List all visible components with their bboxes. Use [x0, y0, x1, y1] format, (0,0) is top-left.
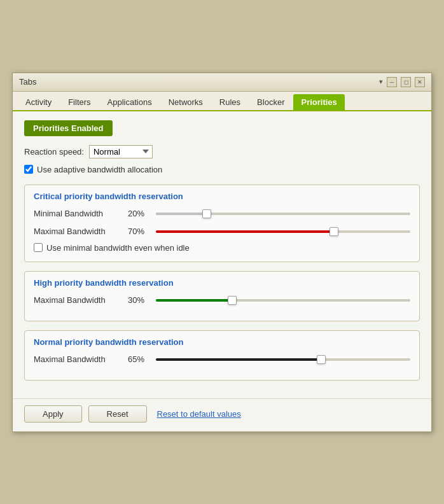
normal-maximal-slider-container [156, 353, 410, 366]
high-maximal-thumb[interactable] [228, 296, 237, 305]
critical-maximal-label: Maximal Bandwidth [34, 227, 123, 236]
reset-button[interactable]: Reset [88, 405, 147, 423]
adaptive-bandwidth-label[interactable]: Use adaptive bandwidth allocation [37, 165, 162, 174]
window-title: Tabs [19, 77, 36, 87]
critical-maximal-track [156, 230, 410, 233]
close-button[interactable]: ✕ [415, 77, 425, 87]
critical-maximal-thumb[interactable] [330, 227, 338, 236]
reset-default-link[interactable]: Reset to default values [157, 409, 241, 419]
high-maximal-track [156, 299, 410, 302]
reaction-speed-label: Reaction speed: [24, 147, 84, 157]
critical-minimal-slider-container [156, 207, 410, 220]
tab-priorities[interactable]: Priorities [293, 94, 344, 110]
high-maximal-row: Maximal Bandwidth 30% [34, 294, 410, 307]
idle-checkbox-row: Use minimal bandwidth even when idle [34, 243, 410, 253]
adaptive-bandwidth-checkbox[interactable] [24, 165, 33, 174]
apply-button[interactable]: Apply [24, 405, 82, 423]
tab-blocker[interactable]: Blocker [249, 94, 292, 110]
reaction-speed-row: Reaction speed: Normal Fast Slow [24, 145, 420, 158]
critical-maximal-slider-container [156, 225, 410, 238]
priorities-enabled-badge: Priorities Enabled [24, 120, 113, 136]
critical-section: Critical priority bandwidth reservation … [24, 185, 420, 262]
critical-minimal-pct: 20% [128, 209, 151, 218]
critical-section-title: Critical priority bandwidth reservation [34, 192, 410, 201]
normal-maximal-pct: 65% [128, 354, 151, 364]
critical-minimal-row: Minimal Bandwidth 20% [34, 207, 410, 220]
title-bar-controls: ▾ ─ ◻ ✕ [379, 77, 425, 87]
normal-maximal-track [156, 358, 410, 361]
dropdown-icon: ▾ [379, 78, 383, 86]
high-maximal-label: Maximal Bandwidth [34, 295, 123, 305]
normal-maximal-row: Maximal Bandwidth 65% [34, 353, 410, 366]
tab-rules[interactable]: Rules [212, 94, 248, 110]
nav-tabs: Activity Filters Applications Networks R… [13, 92, 431, 111]
minimize-button[interactable]: ─ [387, 77, 397, 87]
title-bar: Tabs ▾ ─ ◻ ✕ [13, 73, 431, 92]
critical-minimal-track [156, 213, 410, 215]
tab-applications[interactable]: Applications [100, 94, 160, 110]
high-maximal-pct: 30% [128, 295, 151, 305]
adaptive-bandwidth-row: Use adaptive bandwidth allocation [24, 165, 420, 174]
tab-filters[interactable]: Filters [60, 94, 98, 110]
footer: Apply Reset Reset to default values [13, 398, 431, 431]
critical-minimal-fill [156, 213, 207, 215]
critical-maximal-fill [156, 230, 334, 233]
high-section-title: High priority bandwidth reservation [34, 278, 410, 288]
high-section: High priority bandwidth reservation Maxi… [24, 271, 420, 321]
main-window: Tabs ▾ ─ ◻ ✕ Activity Filters Applicatio… [12, 73, 432, 432]
critical-maximal-row: Maximal Bandwidth 70% [34, 225, 410, 238]
high-maximal-fill [156, 299, 232, 302]
content-area: Priorities Enabled Reaction speed: Norma… [13, 111, 431, 398]
tab-activity[interactable]: Activity [18, 94, 59, 110]
tab-networks[interactable]: Networks [161, 94, 211, 110]
normal-section: Normal priority bandwidth reservation Ma… [24, 330, 420, 381]
restore-button[interactable]: ◻ [401, 77, 411, 87]
normal-maximal-thumb[interactable] [317, 355, 326, 364]
reaction-speed-select[interactable]: Normal Fast Slow [89, 145, 153, 158]
idle-bandwidth-checkbox[interactable] [34, 243, 43, 252]
normal-section-title: Normal priority bandwidth reservation [34, 337, 410, 347]
normal-maximal-fill [156, 358, 321, 361]
critical-minimal-thumb[interactable] [202, 209, 211, 218]
critical-minimal-label: Minimal Bandwidth [34, 209, 123, 218]
high-maximal-slider-container [156, 294, 410, 307]
idle-bandwidth-label[interactable]: Use minimal bandwidth even when idle [46, 243, 190, 253]
critical-maximal-pct: 70% [128, 227, 151, 236]
normal-maximal-label: Maximal Bandwidth [34, 354, 123, 364]
